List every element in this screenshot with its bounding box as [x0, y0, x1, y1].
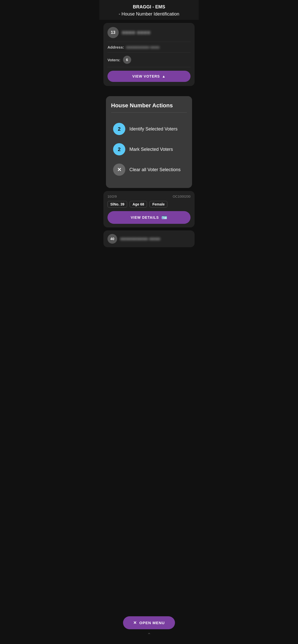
- modal-title: House Number Actions: [111, 102, 187, 113]
- voter-info-row: SlNo. 39 Age 68 Female: [107, 201, 191, 208]
- app-name: BRAGGI - EMS: [133, 4, 165, 10]
- next-house-card: 40 ■■■■■■■■■■ ■■■■: [103, 230, 195, 247]
- clear-voters-label: Clear all Voter Selections: [129, 167, 181, 172]
- modal-actions-list: 2 Identify Selected Voters 2 Mark Select…: [111, 117, 187, 182]
- house-name: ■■■■ ■■■■: [122, 29, 150, 36]
- voters-row: Voters: 6: [107, 53, 191, 67]
- house-number-row: 13 ■■■■ ■■■■: [107, 27, 191, 42]
- address-value: ■■■■■■■■■■ ■■■■: [126, 45, 159, 49]
- mark-voters-action[interactable]: 2 Mark Selected Voters: [111, 140, 187, 158]
- voter-id-right: OC1000200: [173, 195, 191, 198]
- chevron-up-icon: ▲: [162, 74, 166, 78]
- house-number-badge: 13: [107, 27, 119, 38]
- main-content: 13 ■■■■ ■■■■ Address: ■■■■■■■■■■ ■■■■ Vo…: [99, 20, 199, 281]
- voter-entry-card: 10/2/9 OC1000200 SlNo. 39 Age 68 Female …: [103, 191, 195, 227]
- voter-gender: Female: [150, 201, 167, 208]
- voter-id-row: 10/2/9 OC1000200: [107, 195, 191, 198]
- mark-voters-label: Mark Selected Voters: [129, 147, 173, 152]
- view-details-button[interactable]: VIEW DETAILS 🪪: [107, 211, 191, 224]
- address-row: Address: ■■■■■■■■■■ ■■■■: [107, 42, 191, 53]
- voters-label: Voters:: [107, 58, 120, 62]
- header-subtitle: - House Number Identification: [119, 11, 179, 17]
- clear-voters-action[interactable]: ✕ Clear all Voter Selections: [111, 160, 187, 179]
- next-house-number-badge: 40: [107, 234, 117, 244]
- voters-count-badge: 6: [123, 56, 131, 64]
- next-house-name: ■■■■■■■■■■ ■■■■: [120, 236, 160, 242]
- address-label: Address:: [107, 45, 124, 49]
- voter-slno: SlNo. 39: [107, 201, 127, 208]
- id-card-icon: 🪪: [161, 215, 167, 220]
- identify-voters-action[interactable]: 2 Identify Selected Voters: [111, 120, 187, 138]
- house-number-actions-modal: House Number Actions 2 Identify Selected…: [106, 96, 192, 188]
- app-header: BRAGGI - EMS - House Number Identificati…: [99, 0, 199, 20]
- clear-badge: ✕: [113, 164, 125, 176]
- mark-count-badge: 2: [113, 143, 125, 155]
- voter-id-left: 10/2/9: [107, 195, 117, 198]
- view-voters-button[interactable]: VIEW VOTERS ▲: [107, 71, 191, 82]
- identify-voters-label: Identify Selected Voters: [129, 126, 178, 132]
- voter-age: Age 68: [130, 201, 147, 208]
- identify-count-badge: 2: [113, 123, 125, 135]
- house-card: 13 ■■■■ ■■■■ Address: ■■■■■■■■■■ ■■■■ Vo…: [103, 23, 195, 86]
